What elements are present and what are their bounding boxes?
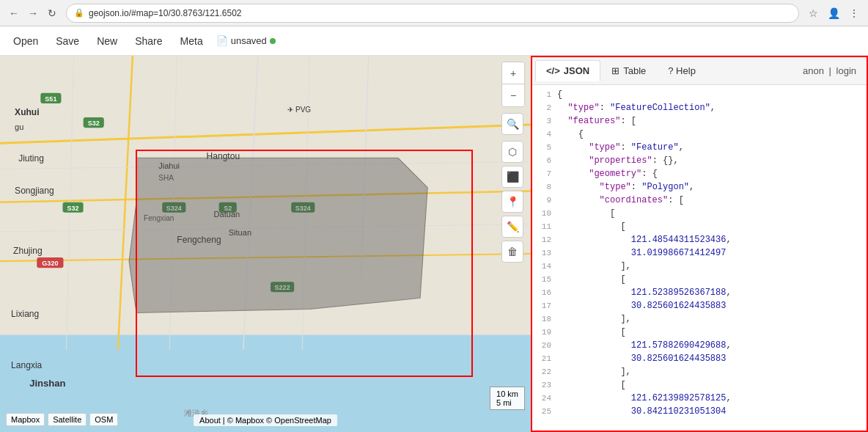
json-line-16: 16 121.52389526367188, [532, 286, 867, 299]
svg-text:Songjiang: Songjiang [15, 186, 54, 196]
svg-text:gu: gu [15, 122, 23, 131]
json-line-12: 12 121.48544311523436, [532, 233, 867, 246]
back-button[interactable]: ← [6, 5, 22, 21]
help-tab[interactable]: ? Help [657, 60, 707, 81]
browser-chrome: ← → ↻ 🔒 geojson.io/#map=10/30.8763/121.6… [0, 0, 868, 26]
json-line-19: 19 [ [532, 326, 867, 339]
map-svg: S51 S32 S32 S324 S324 S2 G320 [0, 56, 531, 432]
zoom-in-button[interactable]: + [502, 62, 524, 84]
json-line-6: 6 "properties": {}, [532, 154, 867, 167]
url-text: geojson.io/#map=10/30.8763/121.6502 [89, 8, 791, 18]
json-line-22: 22 ], [532, 365, 867, 378]
draw-line-button[interactable]: ⬛ [501, 166, 523, 188]
map-tools: + − 🔍 ⬡ ⬛ 📍 ✏️ 🗑 [501, 62, 525, 263]
save-button[interactable]: Save [51, 32, 84, 50]
help-tab-label: ? Help [668, 65, 696, 76]
svg-text:S32: S32 [67, 205, 79, 212]
save-status-dot [270, 38, 276, 44]
json-line-11: 11 [ [532, 220, 867, 233]
json-line-10: 10 [ [532, 207, 867, 220]
address-bar[interactable]: 🔒 geojson.io/#map=10/30.8763/121.6502 [66, 4, 799, 23]
zoom-out-button[interactable]: − [502, 84, 524, 106]
json-tab-icon: </> [546, 65, 560, 76]
open-button[interactable]: Open [9, 32, 43, 50]
svg-text:Langxia: Langxia [11, 360, 42, 370]
svg-text:✈ PVG: ✈ PVG [287, 106, 311, 114]
forward-button[interactable]: → [25, 5, 41, 21]
json-tab-label: JSON [564, 65, 589, 76]
json-panel: </> JSON ⊞ Table ? Help anon | login 1 { [531, 56, 868, 432]
login-link[interactable]: login [836, 65, 856, 76]
map-source-controls: Mapbox Satellite OSM [6, 413, 118, 426]
table-tab-icon: ⊞ [611, 65, 619, 76]
profile-button[interactable]: 👤 [825, 5, 842, 21]
json-line-20: 20 121.57882690429688, [532, 339, 867, 352]
json-line-21: 21 30.825601624435883 [532, 352, 867, 365]
map-area[interactable]: S51 S32 S32 S324 S324 S2 G320 [0, 56, 531, 432]
table-tab[interactable]: ⊞ Table [600, 60, 657, 81]
unsaved-indicator: 📄 unsaved [216, 35, 276, 46]
attribution-text: About | © Mapbox © OpenStreetMap [199, 416, 331, 425]
zoom-controls: + − [501, 62, 525, 107]
delete-button[interactable]: 🗑 [501, 241, 523, 263]
table-tab-label: Table [623, 65, 646, 76]
json-line-9: 9 "coordinates": [ [532, 194, 867, 207]
map-attribution: About | © Mapbox © OpenStreetMap [194, 414, 337, 426]
meta-button[interactable]: Meta [176, 32, 207, 50]
svg-text:S51: S51 [45, 95, 56, 103]
app-toolbar: Open Save New Share Meta 📄 unsaved [0, 26, 868, 56]
svg-text:Jinshan: Jinshan [29, 378, 65, 389]
scale-10km: 10 km [496, 389, 518, 398]
lock-icon: 🔒 [74, 8, 84, 18]
menu-button[interactable]: ⋮ [846, 5, 862, 21]
json-line-7: 7 "geometry": { [532, 167, 867, 180]
auth-links: anon | login [795, 65, 864, 76]
mapbox-source-button[interactable]: Mapbox [6, 413, 45, 426]
json-tab[interactable]: </> JSON [535, 60, 600, 81]
svg-marker-46 [129, 158, 427, 312]
json-line-8: 8 "type": "Polygon", [532, 180, 867, 194]
panel-tabs: </> JSON ⊞ Table ? Help anon | login [532, 57, 867, 85]
json-line-1: 1 { [532, 88, 867, 101]
svg-text:Lixiang: Lixiang [11, 309, 39, 319]
auth-separator: | [829, 65, 831, 76]
json-line-18: 18 ], [532, 312, 867, 326]
svg-text:S32: S32 [88, 120, 100, 127]
json-line-14: 14 ], [532, 260, 867, 273]
satellite-source-button[interactable]: Satellite [48, 413, 87, 426]
svg-text:Jiuting: Jiuting [18, 153, 44, 164]
browser-actions: ☆ 👤 ⋮ [805, 5, 862, 21]
json-line-25: 25 30.842110231051304 [532, 405, 867, 418]
reload-button[interactable]: ↻ [44, 5, 60, 21]
draw-point-button[interactable]: ⬡ [501, 141, 523, 163]
json-line-13: 13 31.019986671412497 [532, 246, 867, 260]
search-button[interactable]: 🔍 [501, 113, 523, 135]
json-line-2: 2 "type": "FeatureCollection", [532, 101, 867, 114]
bookmark-button[interactable]: ☆ [805, 5, 821, 21]
json-line-24: 24 121.62139892578125, [532, 392, 867, 405]
json-line-3: 3 "features": [ [532, 114, 867, 128]
file-icon: 📄 [216, 35, 228, 46]
json-line-4: 4 { [532, 128, 867, 141]
svg-text:Xuhui: Xuhui [15, 107, 39, 117]
nav-buttons: ← → ↻ [6, 5, 60, 21]
draw-polygon-button[interactable]: 📍 [501, 191, 523, 213]
osm-source-button[interactable]: OSM [89, 413, 118, 426]
json-editor[interactable]: 1 { 2 "type": "FeatureCollection", 3 "fe… [532, 85, 867, 431]
share-button[interactable]: Share [130, 32, 166, 50]
anon-link[interactable]: anon [803, 65, 824, 76]
json-line-17: 17 30.825601624435883 [532, 299, 867, 312]
edit-button[interactable]: ✏️ [501, 216, 523, 238]
new-button[interactable]: New [92, 32, 122, 50]
svg-text:Zhujing: Zhujing [13, 246, 43, 256]
main-content: S51 S32 S32 S324 S324 S2 G320 [0, 56, 868, 432]
json-line-15: 15 [ [532, 273, 867, 286]
unsaved-label: unsaved [231, 35, 267, 46]
json-line-23: 23 [ [532, 378, 867, 392]
svg-text:G320: G320 [42, 260, 58, 267]
map-scale: 10 km 5 mi [490, 387, 525, 410]
json-line-5: 5 "type": "Feature", [532, 141, 867, 154]
scale-5mi: 5 mi [496, 398, 518, 407]
